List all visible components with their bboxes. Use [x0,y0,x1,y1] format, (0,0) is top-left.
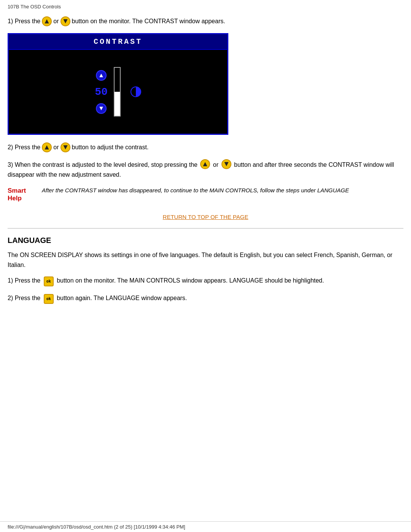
step1-suffix: button on the monitor. The CONTRAST wind… [72,17,225,26]
svg-marker-6 [203,162,207,166]
contrast-title: CONTRAST [9,34,227,50]
svg-marker-1 [63,19,67,23]
svg-marker-2 [99,73,103,77]
step2-or: or [53,143,59,152]
contrast-half-circle-icon [131,86,141,97]
contrast-bar-fill [115,92,120,116]
return-to-top-link[interactable]: RETURN TO TOP OF THE PAGE [163,214,249,220]
contrast-bar-area [114,67,121,117]
svg-marker-0 [45,19,49,23]
contrast-up-arrow [96,70,107,81]
lang-step1: 1) Press the ok button on the monitor. T… [8,276,403,286]
step3-or: or [213,161,218,168]
lang-step2-suffix: button again. The LANGUAGE window appear… [57,295,187,301]
page-title: 107B The OSD Controls [8,4,403,11]
contrast-body: 50 [9,50,227,134]
osd-button-icon-1: ok [44,276,54,286]
smart-help-box: SmartHelp After the CONTRAST window has … [8,186,403,202]
svg-marker-7 [224,162,228,166]
step2-line: 2) Press the or button to adjust the con… [8,142,403,152]
step2-down-icon [61,142,70,152]
lang-step1-prefix: 1) Press the [8,277,40,284]
contrast-bar [114,67,121,117]
step2-up-icon [42,142,52,152]
contrast-inner: 50 [95,67,141,117]
smart-help-text: After the CONTRAST window has disappeare… [42,186,349,195]
down-button-icon [61,16,70,26]
step3-up-icon [200,159,210,169]
language-body1: The ON SCREEN DISPLAY shows its settings… [8,250,403,270]
up-button-icon [42,16,52,26]
lang-step2-prefix: 2) Press the [8,295,40,301]
footer: file:///G|/manual/english/107B/osd/osd_c… [0,521,411,532]
step2-prefix: 2) Press the [8,143,40,152]
svg-marker-4 [45,145,49,149]
language-title: LANGUAGE [8,236,403,245]
contrast-down-arrow [96,103,107,114]
lang-step2: 2) Press the ok button again. The LANGUA… [8,293,403,304]
step1-line: 1) Press the or button on the monitor. T… [8,16,403,26]
smart-help-label: SmartHelp [8,186,42,202]
step3-prefix: 3) When the contrast is adjusted to the … [8,161,198,168]
section-divider [8,228,403,228]
step1-or: or [53,17,59,26]
step3-down-icon [221,159,231,169]
smart-label-text: SmartHelp [8,187,26,202]
return-link-container: RETURN TO TOP OF THE PAGE [8,214,403,220]
contrast-window: CONTRAST 50 [8,33,228,135]
lang-step1-suffix: button on the monitor. The MAIN CONTROLS… [57,277,324,284]
svg-marker-3 [99,107,103,110]
svg-marker-5 [63,145,67,149]
step2-suffix: button to adjust the contrast. [72,143,149,152]
footer-text: file:///G|/manual/english/107B/osd/osd_c… [8,524,185,530]
step1-prefix: 1) Press the [8,17,40,26]
contrast-value: 50 [95,86,108,98]
language-section: LANGUAGE The ON SCREEN DISPLAY shows its… [8,236,403,304]
contrast-controls: 50 [95,70,108,114]
step3-paragraph: 3) When the contrast is adjusted to the … [8,159,403,179]
osd-button-icon-2: ok [44,294,54,304]
